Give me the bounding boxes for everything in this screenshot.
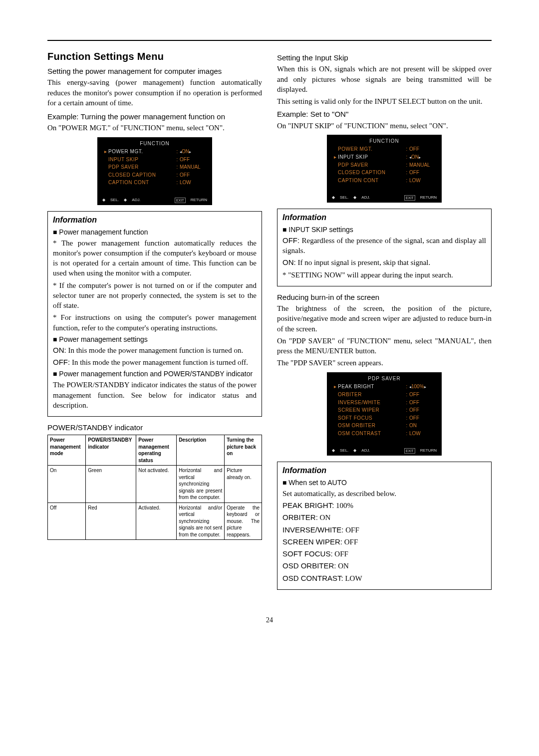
osd-menu-item[interactable]: CAPTION CONT:LOW bbox=[97, 179, 212, 187]
page-title: Function Settings Menu bbox=[47, 50, 262, 63]
osd-item-label: POWER MGT. bbox=[108, 148, 175, 155]
selection-arrow-icon: ▸ bbox=[332, 383, 338, 390]
osd-item-label: CAPTION CONT bbox=[338, 177, 404, 184]
adj-label: ADJ. bbox=[361, 448, 370, 454]
table-cell: Not activated. bbox=[136, 466, 177, 503]
info-subhead: INPUT SKIP settings bbox=[282, 225, 486, 235]
colon: : bbox=[404, 415, 409, 422]
table-cell: Red bbox=[86, 503, 136, 540]
selection-arrow-icon: ▸ bbox=[332, 154, 338, 161]
paragraph: This setting is valid only for the INPUT… bbox=[277, 96, 492, 106]
key: ORBITER: bbox=[282, 513, 318, 521]
osd-menu-item[interactable]: INPUT SKIP:OFF bbox=[97, 156, 212, 164]
val: OFF bbox=[333, 550, 348, 558]
val: OFF bbox=[344, 526, 359, 534]
osd-item-value: OFF bbox=[409, 146, 437, 153]
info-subhead: Power management settings bbox=[53, 335, 257, 344]
osd-title: PDP SAVER bbox=[327, 374, 442, 383]
osd-item-label: OSM ORBITER bbox=[338, 422, 404, 429]
key: OSD ORBITER: bbox=[282, 561, 336, 570]
table-cell: Picture already on. bbox=[225, 466, 262, 503]
leftright-icon: ◆ bbox=[124, 198, 127, 203]
osd-menu-item[interactable]: PDP SAVER:MANUAL bbox=[97, 163, 212, 171]
osd-menu-item[interactable]: OSM CONTRAST:LOW bbox=[327, 430, 442, 438]
paragraph: This energy-saving (power management) fu… bbox=[47, 77, 262, 108]
label-on: ON: bbox=[282, 258, 296, 266]
osd-item-label: CLOSED CAPTION bbox=[338, 169, 404, 176]
auto-setting: ORBITER: ON bbox=[282, 512, 486, 522]
osd-menu-item[interactable]: SOFT FOCUS:OFF bbox=[327, 414, 442, 422]
colon: : bbox=[404, 399, 409, 406]
paragraph: The "PDP SAVER" screen appears. bbox=[277, 358, 492, 368]
th: POWER/STANDBY indicator bbox=[86, 435, 136, 466]
osd-item-value: ◂ON▸ bbox=[180, 148, 207, 155]
colon: : bbox=[175, 172, 180, 179]
table-cell: Horizontal and/or vertical synchronizing… bbox=[177, 503, 225, 540]
adj-label: ADJ. bbox=[361, 195, 370, 201]
osd-menu-item[interactable]: POWER MGT.:OFF bbox=[327, 145, 442, 153]
osd-item-value: OFF bbox=[409, 399, 437, 406]
exit-button[interactable]: EXIT bbox=[404, 448, 415, 454]
osd-pdp-saver: PDP SAVER▸PEAK BRIGHT:◂100%▸ORBITER:OFFI… bbox=[327, 372, 442, 456]
right-column: Setting the Input Skip When this is ON, … bbox=[277, 50, 492, 596]
colon: : bbox=[175, 148, 180, 155]
osd-footer: ◆SEL.◆ADJ.EXITRETURN bbox=[327, 193, 442, 203]
osd-menu-item[interactable]: ORBITER:OFF bbox=[327, 391, 442, 399]
osd-item-label: PEAK BRIGHT bbox=[338, 383, 404, 390]
label-off: OFF: bbox=[282, 236, 299, 245]
osd-item-label: OSM CONTRAST bbox=[338, 430, 404, 437]
colon: : bbox=[404, 169, 409, 176]
osd-item-label: INPUT SKIP bbox=[338, 154, 404, 161]
info-title: Information bbox=[282, 212, 486, 223]
text: Regardless of the presence of the signal… bbox=[282, 237, 486, 254]
instruction-text: On "POWER MGT." of "FUNCTION" menu, sele… bbox=[47, 123, 262, 133]
paragraph: * For instructions on using the computer… bbox=[53, 312, 257, 333]
osd-menu-item[interactable]: CLOSED CAPTION:OFF bbox=[97, 171, 212, 179]
return-label: RETURN bbox=[420, 195, 437, 201]
instruction-text: On "INPUT SKIP" of "FUNCTION" menu, sele… bbox=[277, 121, 492, 131]
exit-button[interactable]: EXIT bbox=[175, 198, 186, 203]
key: PEAK BRIGHT: bbox=[282, 501, 334, 509]
section-heading-input-skip: Setting the Input Skip bbox=[277, 53, 492, 63]
colon: : bbox=[404, 154, 409, 161]
auto-setting: OSD CONTRAST: LOW bbox=[282, 573, 486, 583]
auto-setting: SOFT FOCUS: OFF bbox=[282, 549, 486, 559]
key: SCREEN WIPER: bbox=[282, 537, 342, 546]
osd-item-value: LOW bbox=[409, 430, 437, 437]
key: OSD CONTRAST: bbox=[282, 574, 343, 582]
colon: : bbox=[404, 407, 409, 414]
osd-item-label: PDP SAVER bbox=[338, 162, 404, 169]
example-label: Example: Turning the power management fu… bbox=[47, 112, 262, 122]
osd-item-label: POWER MGT. bbox=[338, 146, 404, 153]
osd-item-value: OFF bbox=[180, 172, 207, 179]
osd-menu-item[interactable]: OSM ORBITER:ON bbox=[327, 422, 442, 430]
osd-item-value: OFF bbox=[409, 415, 437, 422]
osd-menu-item[interactable]: SCREEN WIPER:OFF bbox=[327, 406, 442, 414]
osd-item-label: SCREEN WIPER bbox=[338, 407, 404, 414]
table-title: POWER/STANDBY indicator bbox=[47, 423, 262, 433]
osd-item-label: CAPTION CONT bbox=[108, 179, 175, 186]
osd-menu-item[interactable]: ▸PEAK BRIGHT:◂100%▸ bbox=[327, 383, 442, 391]
osd-menu-item[interactable]: ▸POWER MGT.:◂ON▸ bbox=[97, 148, 212, 156]
osd-menu-item[interactable]: INVERSE/WHITE:OFF bbox=[327, 399, 442, 407]
key: INVERSE/WHITE: bbox=[282, 525, 344, 534]
table-cell: Activated. bbox=[136, 503, 177, 540]
auto-setting: PEAK BRIGHT: 100% bbox=[282, 501, 486, 510]
colon: : bbox=[404, 177, 409, 184]
osd-menu-item[interactable]: CLOSED CAPTION:OFF bbox=[327, 169, 442, 177]
osd-menu-item[interactable]: PDP SAVER:MANUAL bbox=[327, 161, 442, 169]
exit-button[interactable]: EXIT bbox=[404, 195, 415, 201]
osd-menu-item[interactable]: ▸INPUT SKIP:◂ON▸ bbox=[327, 153, 442, 161]
th: Description bbox=[177, 435, 225, 466]
table-cell: Horizontal and vertical synchronizing si… bbox=[177, 466, 225, 503]
key: SOFT FOCUS: bbox=[282, 549, 333, 558]
osd-menu-item[interactable]: CAPTION CONT:LOW bbox=[327, 177, 442, 185]
leftright-icon: ◆ bbox=[353, 448, 356, 454]
info-subhead: Power management function bbox=[53, 228, 257, 237]
osd-function-power: FUNCTION▸POWER MGT.:◂ON▸INPUT SKIP:OFFPD… bbox=[97, 137, 212, 206]
colon: : bbox=[175, 156, 180, 163]
val: ON bbox=[318, 513, 330, 521]
text: In this mode the power management functi… bbox=[70, 358, 248, 366]
val: OFF bbox=[342, 538, 358, 546]
two-column-layout: Function Settings Menu Setting the power… bbox=[47, 50, 492, 596]
